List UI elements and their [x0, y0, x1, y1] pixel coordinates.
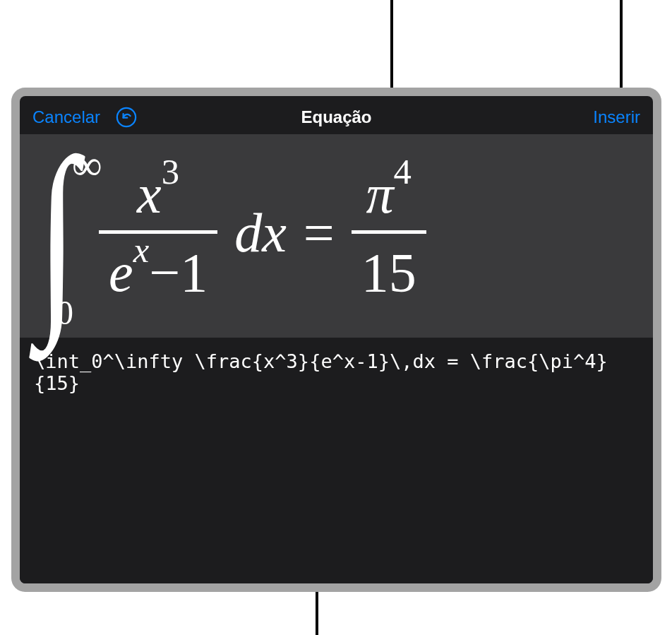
dialog-title: Equação — [301, 107, 371, 127]
latex-input-area — [20, 338, 653, 583]
fraction-denominator: ex−1 — [99, 230, 217, 304]
denominator-minus: − — [149, 242, 180, 303]
fraction-numerator: x3 — [128, 162, 188, 230]
dialog-header: Cancelar Equação Inserir — [20, 96, 653, 134]
equals-sign: = — [304, 201, 335, 265]
numerator-exponent: 3 — [162, 152, 179, 191]
denominator-base: e — [109, 242, 133, 303]
numerator-base: x — [137, 163, 162, 225]
integral-sign: ∫ ∞ 0 — [32, 141, 82, 325]
integral-upper-limit: ∞ — [72, 141, 102, 190]
integral-block: ∫ ∞ 0 — [32, 141, 82, 325]
differential: dx — [234, 201, 287, 265]
undo-button[interactable] — [114, 105, 138, 129]
equation-preview: ∫ ∞ 0 x3 ex−1 dx = π4 15 — [20, 134, 653, 338]
integrand-fraction: x3 ex−1 — [99, 162, 217, 304]
result-numerator: π4 — [358, 162, 420, 230]
denominator-constant: 1 — [180, 242, 208, 303]
latex-input[interactable] — [34, 350, 639, 571]
equation-dialog: Cancelar Equação Inserir ∫ ∞ 0 — [20, 96, 653, 583]
result-denominator: 15 — [352, 230, 426, 304]
integral-lower-limit: 0 — [56, 293, 73, 332]
callout-line-insert — [620, 0, 623, 102]
rendered-equation: ∫ ∞ 0 x3 ex−1 dx = π4 15 — [32, 141, 426, 325]
insert-button[interactable]: Inserir — [593, 107, 640, 127]
undo-icon — [116, 107, 137, 128]
result-fraction: π4 15 — [352, 162, 426, 304]
result-num-exponent: 4 — [394, 152, 412, 191]
result-num-base: π — [366, 163, 394, 225]
callout-line-preview — [390, 0, 393, 96]
denominator-exponent: x — [133, 230, 150, 270]
